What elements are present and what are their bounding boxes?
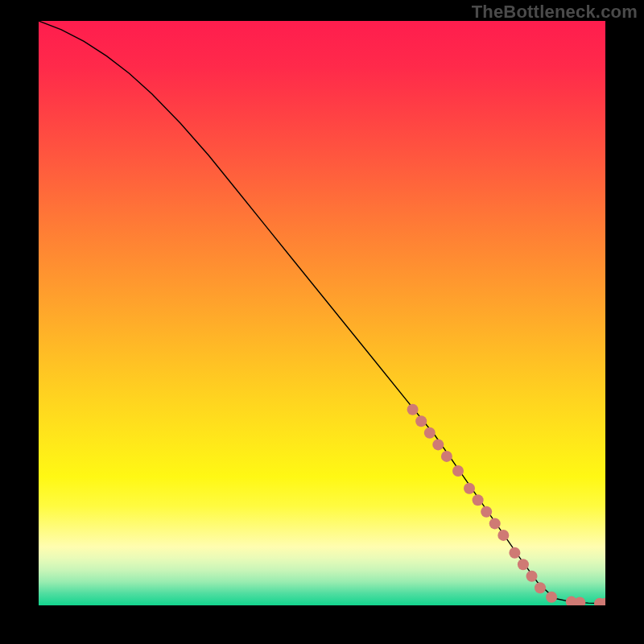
watermark-label: TheBottleneck.com [472,2,638,23]
gradient-background [39,21,605,605]
chart-frame: TheBottleneck.com [0,0,644,644]
plot-area [39,21,605,605]
